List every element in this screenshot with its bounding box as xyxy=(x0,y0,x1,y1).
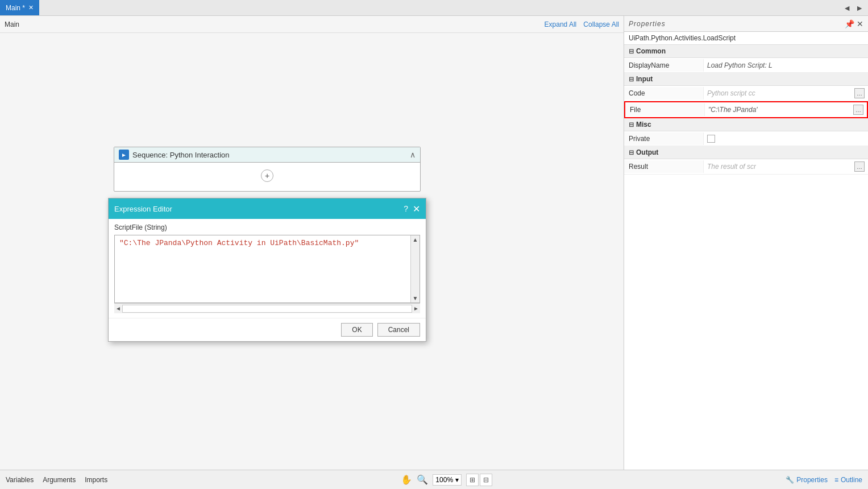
tab-bar-right: ◄ ► xyxy=(841,3,868,13)
prop-label-result: Result xyxy=(624,160,704,173)
zoom-value: 100% xyxy=(435,476,453,484)
prop-value-displayname: Load Python Script: L xyxy=(704,59,868,72)
properties-subheader: UiPath.Python.Activities.LoadScript xyxy=(624,32,868,45)
collapse-all-button[interactable]: Collapse All xyxy=(583,20,619,28)
properties-bottom-tab[interactable]: 🔧 Properties xyxy=(786,476,828,484)
tab-scroll-left-icon[interactable]: ◄ xyxy=(841,3,853,13)
prop-value-result: The result of scr … xyxy=(704,159,868,174)
fit-width-button[interactable]: ⊞ xyxy=(466,474,479,486)
expand-all-button[interactable]: Expand All xyxy=(545,20,577,28)
arguments-tab[interactable]: Arguments xyxy=(43,476,76,484)
bottom-center: ✋ 🔍 100% ▾ ⊞ ⊟ xyxy=(401,474,492,486)
bottom-right: 🔧 Properties ≡ Outline xyxy=(786,476,862,484)
dialog-titlebar: Expression Editor ? ✕ xyxy=(109,198,426,219)
file-value[interactable]: "C:\The JPanda' xyxy=(708,106,758,114)
tab-close-icon[interactable]: ✕ xyxy=(28,4,34,11)
hand-tool-icon[interactable]: ✋ xyxy=(401,474,412,485)
dialog-scrollbar-horizontal[interactable]: ◄ ► xyxy=(114,303,420,313)
bottom-bar: Variables Arguments Imports ✋ 🔍 100% ▾ ⊞… xyxy=(0,470,868,489)
toolbar-actions: Expand All Collapse All xyxy=(545,20,619,28)
misc-collapse-icon[interactable]: ⊟ xyxy=(629,121,634,129)
designer-area: Main Expand All Collapse All ► Sequence:… xyxy=(0,16,624,470)
tab-main-label: Main * xyxy=(6,4,25,12)
prop-row-file: File "C:\The JPanda' … xyxy=(624,101,868,118)
expression-editor-dialog: Expression Editor ? ✕ ScriptFile (String… xyxy=(108,198,426,342)
properties-bottom-label: Properties xyxy=(796,476,828,484)
output-section-label: Output xyxy=(636,148,658,156)
scroll-right-icon[interactable]: ► xyxy=(413,305,419,312)
prop-value-private xyxy=(704,132,868,145)
prop-row-code: Code Python script cc … xyxy=(624,86,868,101)
prop-section-common: ⊟ Common xyxy=(624,45,868,58)
dialog-scrollbar-vertical[interactable]: ▲ ▼ xyxy=(410,235,420,302)
bottom-left: Variables Arguments Imports xyxy=(6,476,107,484)
tab-scroll-right-icon[interactable]: ► xyxy=(853,3,866,13)
tab-bar: Main * ✕ ◄ ► xyxy=(0,0,868,16)
properties-panel: Properties 📌 ✕ UiPath.Python.Activities.… xyxy=(624,16,868,470)
dialog-buttons: OK Cancel xyxy=(109,318,426,341)
dialog-editor: "C:\The JPanda\Python Activity in UiPath… xyxy=(114,235,420,303)
private-checkbox[interactable] xyxy=(707,135,715,143)
search-icon[interactable]: 🔍 xyxy=(417,474,428,485)
prop-row-private: Private xyxy=(624,131,868,146)
zoom-select[interactable]: 100% ▾ xyxy=(433,474,462,486)
properties-header-actions: 📌 ✕ xyxy=(845,19,863,28)
scroll-left-icon[interactable]: ◄ xyxy=(115,305,121,312)
canvas-area[interactable]: ► Sequence: Python Interaction ∧ + Expre… xyxy=(0,33,624,470)
output-collapse-icon[interactable]: ⊟ xyxy=(629,149,634,156)
prop-row-displayname: DisplayName Load Python Script: L xyxy=(624,58,868,73)
properties-header: Properties 📌 ✕ xyxy=(624,16,868,32)
result-value[interactable]: The result of scr xyxy=(707,163,756,171)
dialog-editor-text[interactable]: "C:\The JPanda\Python Activity in UiPath… xyxy=(115,235,420,251)
prop-label-code: Code xyxy=(624,87,704,100)
code-ellipsis-button[interactable]: … xyxy=(854,88,865,98)
prop-label-private: Private xyxy=(624,132,704,145)
dialog-help-button[interactable]: ? xyxy=(404,204,408,213)
properties-body: ⊟ Common DisplayName Load Python Script:… xyxy=(624,45,868,470)
prop-value-code: Python script cc … xyxy=(704,86,868,101)
prop-label-displayname: DisplayName xyxy=(624,59,704,72)
properties-close-icon[interactable]: ✕ xyxy=(857,19,863,28)
properties-pin-icon[interactable]: 📌 xyxy=(845,19,854,28)
outline-bottom-tab[interactable]: ≡ Outline xyxy=(834,476,862,484)
dialog-content: ScriptFile (String) "C:\The JPanda\Pytho… xyxy=(109,219,426,318)
fit-page-button[interactable]: ⊟ xyxy=(480,474,492,486)
main-layout: Main Expand All Collapse All ► Sequence:… xyxy=(0,16,868,470)
variables-tab[interactable]: Variables xyxy=(6,476,34,484)
prop-label-file: File xyxy=(625,103,705,116)
breadcrumb: Main xyxy=(5,20,19,28)
dialog-cancel-button[interactable]: Cancel xyxy=(377,323,420,337)
prop-section-misc: ⊟ Misc xyxy=(624,118,868,131)
fit-buttons: ⊞ ⊟ xyxy=(466,474,492,486)
outline-icon: ≡ xyxy=(834,476,838,484)
properties-panel-title: Properties xyxy=(629,20,666,28)
prop-section-input: ⊟ Input xyxy=(624,73,868,86)
hscroll-track xyxy=(122,305,412,313)
code-value[interactable]: Python script cc xyxy=(707,89,755,97)
prop-row-result: Result The result of scr … xyxy=(624,159,868,175)
imports-tab[interactable]: Imports xyxy=(85,476,107,484)
wrench-icon: 🔧 xyxy=(786,476,794,484)
outline-bottom-label: Outline xyxy=(841,476,862,484)
common-collapse-icon[interactable]: ⊟ xyxy=(629,48,634,55)
common-section-label: Common xyxy=(636,47,666,55)
zoom-dropdown-icon: ▾ xyxy=(455,476,459,484)
dialog-title-actions: ? ✕ xyxy=(404,204,420,214)
misc-section-label: Misc xyxy=(636,121,651,129)
input-collapse-icon[interactable]: ⊟ xyxy=(629,76,634,83)
input-section-label: Input xyxy=(636,75,653,83)
dialog-overlay: Expression Editor ? ✕ ScriptFile (String… xyxy=(0,33,624,470)
designer-toolbar: Main Expand All Collapse All xyxy=(0,16,624,33)
dialog-title: Expression Editor xyxy=(114,205,172,213)
dialog-ok-button[interactable]: OK xyxy=(341,323,372,337)
scroll-down-icon[interactable]: ▼ xyxy=(413,295,418,301)
prop-section-output: ⊟ Output xyxy=(624,146,868,159)
displayname-value: Load Python Script: L xyxy=(707,61,773,69)
dialog-subtitle: ScriptFile (String) xyxy=(114,223,420,231)
tab-main[interactable]: Main * ✕ xyxy=(0,0,39,15)
file-ellipsis-button[interactable]: … xyxy=(853,105,863,115)
dialog-close-button[interactable]: ✕ xyxy=(413,204,420,214)
result-ellipsis-button[interactable]: … xyxy=(854,161,865,172)
prop-value-file: "C:\The JPanda' … xyxy=(705,102,867,117)
scroll-up-icon[interactable]: ▲ xyxy=(413,237,418,243)
